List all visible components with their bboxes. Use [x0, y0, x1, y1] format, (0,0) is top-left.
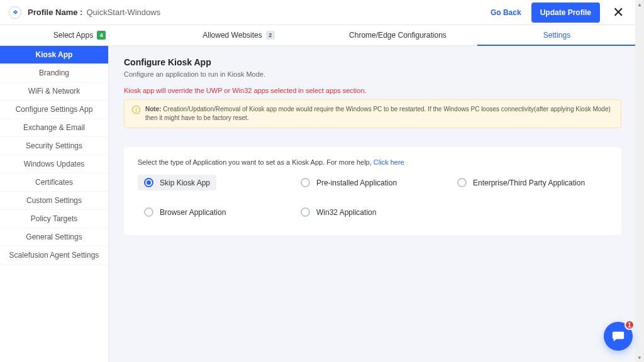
chat-fab[interactable]: 1 [604, 322, 633, 351]
radio-win32-application[interactable]: Win32 Application [294, 204, 451, 220]
note-banner: ! Note: Creation/Updation/Removal of Kio… [124, 99, 621, 128]
sidebar-item-exchange-email[interactable]: Exchange & Email [0, 119, 108, 137]
page-subtitle: Configure an application to run in Kiosk… [124, 70, 621, 78]
profile-name-value: QuickStart-Windows [86, 8, 160, 17]
tab-select-apps[interactable]: Select Apps4 [0, 25, 159, 45]
radio-circle-icon [457, 178, 467, 187]
tab-allowed-websites[interactable]: Allowed Websites2 [159, 25, 318, 45]
radio-browser-application[interactable]: Browser Application [138, 204, 294, 220]
tab-settings[interactable]: Settings [477, 25, 636, 45]
sidebar-item-wifi-network[interactable]: WiFi & Network [0, 82, 108, 101]
warning-icon: ! [132, 106, 140, 114]
radio-enterprise-third-party-application[interactable]: Enterprise/Third Party Application [451, 175, 608, 190]
chat-badge: 1 [625, 320, 635, 330]
radio-label: Skip Kiosk App [160, 178, 210, 187]
tab-badge: 4 [97, 31, 106, 40]
scroll-up-icon[interactable]: ▲ [635, 0, 644, 9]
help-link[interactable]: Click here [374, 158, 404, 166]
tab-label: Select Apps [53, 31, 93, 40]
radio-circle-icon [144, 207, 153, 217]
tab-label: Allowed Websites [203, 31, 262, 40]
close-icon[interactable]: ✕ [613, 4, 624, 21]
update-profile-button[interactable]: Update Profile [531, 3, 600, 23]
radio-skip-kiosk-app[interactable]: Skip Kiosk App [138, 175, 216, 190]
radio-circle-icon [301, 178, 310, 187]
sidebar-item-configure-settings-app[interactable]: Configure Settings App [0, 101, 108, 119]
sidebar-item-branding[interactable]: Branding [0, 64, 108, 82]
scrollbar[interactable]: ▲ ▼ [635, 0, 644, 362]
radio-label: Win32 Application [316, 208, 376, 217]
radio-label: Enterprise/Third Party Application [473, 178, 585, 187]
radio-circle-icon [301, 207, 310, 217]
scroll-down-icon[interactable]: ▼ [635, 353, 644, 362]
page-title: Configure Kiosk App [124, 57, 621, 67]
help-text: Select the type of Application you want … [138, 158, 608, 166]
sidebar-item-scalefusion-agent-settings[interactable]: Scalefusion Agent Settings [0, 246, 108, 265]
sidebar-item-windows-updates[interactable]: Windows Updates [0, 155, 108, 173]
note-text: Note: Creation/Updation/Removal of Kiosk… [145, 105, 613, 123]
tab-chrome-edge-configurations[interactable]: Chrome/Edge Configurations [318, 25, 477, 45]
kiosk-type-card: Select the type of Application you want … [124, 147, 621, 235]
override-warning: Kiosk app will override the UWP or Win32… [124, 87, 621, 94]
radio-label: Pre-installed Application [316, 178, 397, 187]
tab-badge: 2 [266, 31, 275, 40]
tab-label: Chrome/Edge Configurations [349, 31, 447, 40]
radio-circle-icon [144, 178, 153, 187]
sidebar-item-certificates[interactable]: Certificates [0, 173, 108, 192]
sidebar-item-security-settings[interactable]: Security Settings [0, 137, 108, 155]
sidebar-item-general-settings[interactable]: General Settings [0, 228, 108, 246]
sidebar-item-custom-settings[interactable]: Custom Settings [0, 192, 108, 210]
profile-name-label: Profile Name : [28, 8, 82, 17]
chat-icon [611, 329, 625, 343]
sidebar-item-policy-targets[interactable]: Policy Targets [0, 210, 108, 228]
radio-label: Browser Application [160, 208, 226, 217]
radio-pre-installed-application[interactable]: Pre-installed Application [294, 175, 451, 190]
windows-logo-icon: ❖ [9, 6, 21, 19]
tab-label: Settings [543, 31, 570, 40]
sidebar-item-kiosk-app[interactable]: Kiosk App [0, 46, 108, 64]
go-back-link[interactable]: Go Back [491, 8, 521, 17]
